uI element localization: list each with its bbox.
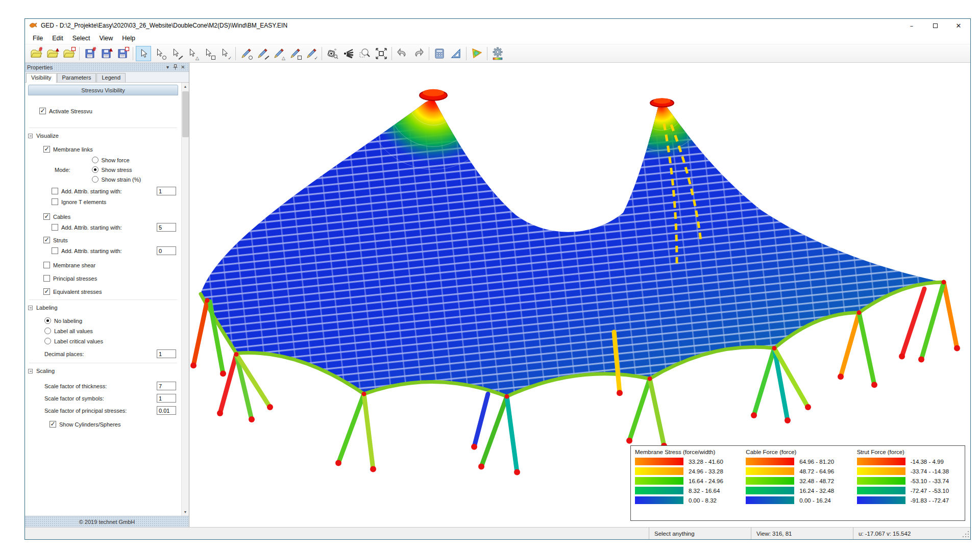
close-button[interactable]: ✕ [947,19,970,32]
cables-row[interactable]: Cables [43,213,178,220]
collapse-icon[interactable] [28,306,33,310]
redo-button[interactable] [411,46,426,61]
principal-stresses-row[interactable]: Principal stresses [43,275,178,282]
undo-button[interactable] [395,46,410,61]
tab-visibility[interactable]: Visibility [26,73,57,83]
select-triangles-button[interactable]: △ [185,46,200,61]
draw-points-button[interactable] [238,46,254,61]
draw-squares-button[interactable] [287,46,303,61]
collapse-icon[interactable] [28,369,33,373]
legend-membrane-column: Membrane Stress (force/width) 33.28 - 41… [635,449,739,517]
maximize-button[interactable] [923,19,947,32]
show-cylinders-checkbox[interactable] [50,421,56,428]
scroll-down-icon[interactable]: ▼ [182,508,189,516]
gradient-swatch [857,467,905,475]
orbit-view-button[interactable] [325,46,340,61]
minimize-button[interactable]: – [900,19,923,32]
save-triangle-file-button[interactable]: ▲ [99,46,114,61]
stressvu-flag-button[interactable] [469,46,484,61]
open-square-file-button[interactable] [61,46,77,61]
membrane-shear-checkbox[interactable] [43,262,50,268]
panel-scrollbar[interactable]: ▲ ▼ [181,83,189,516]
zoom-fit-button[interactable] [374,46,389,61]
label-all-radio[interactable] [44,328,51,334]
ignore-t-checkbox[interactable] [52,198,58,205]
no-labeling-option[interactable]: No labeling [44,317,178,324]
scroll-up-icon[interactable]: ▲ [182,83,189,90]
cables-add-attrib-input[interactable] [157,223,176,232]
show-stress-option[interactable]: Show stress [92,166,141,173]
visualize-section-header[interactable]: Visualize [28,133,178,139]
calculator-button[interactable] [432,46,447,61]
no-labeling-radio[interactable] [44,317,51,324]
scale-thickness-input[interactable] [157,382,176,390]
panel-close-icon[interactable]: ✕ [179,64,187,71]
label-critical-option[interactable]: Label critical values [44,338,178,344]
membrane-add-attrib-checkbox[interactable] [52,188,58,194]
decimal-places-input[interactable] [157,349,176,358]
equivalent-stresses-row[interactable]: Equivalent stresses [43,288,178,295]
collapse-icon[interactable] [28,134,33,138]
show-force-radio[interactable] [92,157,99,163]
select-lines-button[interactable] [168,46,184,61]
show-force-option[interactable]: Show force [92,157,141,163]
scale-principal-input[interactable] [157,406,176,415]
zoom-window-button[interactable] [357,46,373,61]
membrane-links-row[interactable]: Membrane links [43,146,178,153]
resize-grip[interactable] [961,528,970,539]
scaling-section-header[interactable]: Scaling [28,368,178,374]
membrane-shear-row[interactable]: Membrane shear [43,262,178,268]
membrane-add-attrib-row[interactable]: Add. Attrib. starting with: [52,187,176,195]
label-all-option[interactable]: Label all values [44,328,178,334]
menu-select[interactable]: Select [68,33,95,43]
show-cylinders-row[interactable]: Show Cylinders/Spheres [50,421,178,428]
menu-help[interactable]: Help [117,33,140,43]
membrane-links-checkbox[interactable] [43,146,50,153]
open-triangle-file-button[interactable]: ▲ [45,46,60,61]
principal-stresses-checkbox[interactable] [43,275,50,282]
show-stress-radio[interactable] [92,166,99,173]
select-squares-button[interactable] [201,46,216,61]
cables-add-attrib-row[interactable]: Add. Attrib. starting with: [52,223,176,232]
struts-add-attrib-checkbox[interactable] [52,247,58,254]
show-strain-radio[interactable] [92,176,99,183]
activate-stressvu-checkbox[interactable] [39,108,46,114]
panel-pin-icon[interactable] [172,64,179,71]
label-critical-radio[interactable] [44,338,51,344]
cables-add-attrib-checkbox[interactable] [52,224,58,231]
labeling-section-header[interactable]: Labeling [28,305,178,311]
panel-chevron-down-icon[interactable]: ▾ [164,64,172,71]
triangle-overlay-icon: △ [282,56,285,61]
struts-row[interactable]: Struts [43,237,178,243]
tab-legend[interactable]: Legend [96,73,126,82]
menu-view[interactable]: View [94,33,117,43]
struts-checkbox[interactable] [43,237,50,243]
activate-stressvu-row[interactable]: Activate Stressvu [39,108,178,114]
open-form-file-button[interactable]: # [29,46,44,61]
select-check-button[interactable]: ✓ [217,46,233,61]
ignore-t-row[interactable]: Ignore T elements [52,198,178,205]
measure-button[interactable] [448,46,463,61]
select-points-button[interactable] [152,46,167,61]
settings-button[interactable] [490,46,505,61]
zoom-rays-button[interactable] [341,46,356,61]
scroll-thumb[interactable] [182,91,189,137]
menu-edit[interactable]: Edit [47,33,68,43]
equivalent-stresses-checkbox[interactable] [43,288,50,295]
cables-checkbox[interactable] [43,213,50,220]
membrane-add-attrib-input[interactable] [157,187,176,195]
save-form-file-button[interactable]: # [82,46,97,61]
struts-add-attrib-input[interactable] [157,246,176,255]
draw-triangles-button[interactable]: △ [271,46,286,61]
tab-parameters[interactable]: Parameters [57,73,96,82]
show-strain-option[interactable]: Show strain (%) [92,176,141,183]
scale-symbols-input[interactable] [157,394,176,403]
struts-label: Struts [53,237,68,243]
draw-lines-button[interactable] [255,46,270,61]
save-square-file-button[interactable] [115,46,130,61]
select-cursor-button[interactable] [136,46,151,61]
draw-check-button[interactable]: ✓ [304,46,319,61]
menu-file[interactable]: File [28,33,47,43]
struts-add-attrib-row[interactable]: Add. Attrib. starting with: [52,246,176,255]
principal-stresses-label: Principal stresses [53,276,97,282]
